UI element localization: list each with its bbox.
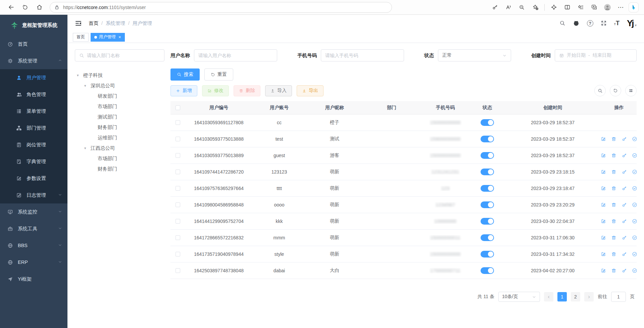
row-checkbox[interactable] [176, 186, 180, 191]
select-all-checkbox[interactable] [176, 105, 180, 110]
status-toggle[interactable] [481, 152, 494, 159]
table-row[interactable]: 1641097441472286720 123123 萌新 1231241231… [170, 164, 637, 180]
table-row[interactable]: 1641097576365297664 tttt 萌新 123 2023-03-… [170, 180, 637, 197]
status-toggle[interactable] [481, 136, 494, 142]
browser-more-menu[interactable]: ⋯ [615, 2, 627, 13]
caret-down-icon[interactable]: ▾ [77, 73, 81, 78]
reset-button[interactable]: 重置 [204, 68, 233, 81]
row-edit-icon[interactable] [601, 169, 606, 175]
browser-refresh-button[interactable] [19, 2, 31, 13]
row-edit-icon[interactable] [601, 251, 606, 257]
favorite-add-icon[interactable] [530, 2, 541, 13]
sidebar-item-bbs[interactable]: BBS [0, 237, 67, 254]
table-row[interactable]: 1641441299095752704 kkk 萌新 10000000 2023… [170, 213, 637, 230]
user-avatar[interactable]: Yj [627, 19, 633, 28]
status-toggle[interactable] [481, 218, 494, 225]
row-checkbox[interactable] [176, 202, 180, 207]
address-bar[interactable]: https://ccnetcore.com:1101/system/user [50, 2, 392, 13]
status-toggle[interactable] [481, 267, 494, 274]
table-row[interactable]: 1641030593775013888 test 测试 15900000000 … [170, 131, 637, 147]
sidebar-collapse-button[interactable] [75, 20, 82, 27]
app-logo[interactable]: 意框架管理系统 [0, 15, 67, 36]
table-search-toggle[interactable] [594, 85, 606, 96]
status-toggle[interactable] [481, 119, 494, 126]
status-toggle[interactable] [481, 234, 494, 241]
row-checkbox[interactable] [176, 219, 180, 224]
sidebar-item-erp[interactable]: ERP [0, 254, 67, 271]
row-checkbox[interactable] [176, 235, 180, 240]
table-row[interactable]: 1641030593775013889 guest 游客 15000000000… [170, 147, 637, 164]
tree-node-dept[interactable]: 市场部门 [75, 101, 164, 112]
row-checkbox[interactable] [176, 268, 180, 273]
caret-down-icon[interactable]: ▾ [84, 84, 88, 88]
sidebar-item-menu-mgmt[interactable]: 菜单管理 [0, 103, 67, 120]
row-assign-role-icon[interactable] [632, 202, 637, 207]
table-refresh-button[interactable] [610, 85, 621, 96]
browser-home-button[interactable] [34, 2, 45, 13]
row-checkbox[interactable] [176, 170, 180, 174]
row-checkbox[interactable] [176, 252, 180, 256]
split-screen-icon[interactable] [561, 2, 573, 13]
column-settings-button[interactable] [625, 85, 637, 96]
row-delete-icon[interactable] [611, 169, 616, 175]
row-reset-password-icon[interactable] [622, 235, 627, 240]
sidebar-item-yi-framework[interactable]: Yi框架 [0, 271, 67, 287]
zoom-out-icon[interactable] [516, 2, 528, 13]
row-reset-password-icon[interactable] [622, 169, 627, 175]
tree-node-company[interactable]: ▾橙子科技 [75, 70, 164, 81]
row-edit-icon[interactable] [601, 136, 606, 142]
tree-node-dept[interactable]: 财务部门 [75, 122, 164, 133]
tree-node-dept[interactable]: 研发部门 [75, 91, 164, 101]
goto-page-input[interactable] [611, 292, 626, 302]
row-reset-password-icon[interactable] [622, 186, 627, 191]
row-delete-icon[interactable] [611, 219, 616, 224]
font-size-icon[interactable]: тT [614, 20, 620, 27]
tree-node-dept[interactable]: 测试部门 [75, 112, 164, 122]
status-select[interactable]: 正常 [438, 49, 511, 61]
row-checkbox[interactable] [176, 153, 180, 158]
row-delete-icon[interactable] [611, 268, 616, 273]
header-search-icon[interactable] [559, 20, 565, 26]
tab-home[interactable]: 首页 [73, 33, 89, 42]
row-delete-icon[interactable] [611, 235, 616, 240]
row-reset-password-icon[interactable] [622, 136, 627, 142]
row-edit-icon[interactable] [601, 202, 606, 207]
sidebar-item-tools[interactable]: 系统工具 [0, 220, 67, 237]
tree-node-dept[interactable]: 市场部门 [75, 153, 164, 164]
page-2-button[interactable]: 2 [571, 292, 580, 301]
page-size-select[interactable]: 10条/页 [498, 292, 540, 302]
extensions-icon[interactable] [548, 2, 559, 13]
tree-node-branch[interactable]: ▾深圳总公司 [75, 81, 164, 91]
status-toggle[interactable] [481, 201, 494, 208]
row-assign-role-icon[interactable] [632, 136, 637, 142]
next-page-button[interactable]: › [584, 292, 594, 301]
modify-button[interactable]: 修改 [202, 85, 229, 96]
breadcrumb-home[interactable]: 首页 [89, 20, 98, 27]
row-edit-icon[interactable] [601, 235, 606, 240]
sidebar-item-user-mgmt[interactable]: 用户管理 [0, 69, 67, 86]
row-assign-role-icon[interactable] [632, 153, 637, 158]
table-row[interactable]: 1641735719040978944 style 萌新 15000000000… [170, 246, 637, 263]
sidebar-item-role-mgmt[interactable]: 角色管理 [0, 86, 67, 103]
table-row[interactable]: 1641098004586958848 oooo 萌新 1234567 2023… [170, 197, 637, 213]
row-reset-password-icon[interactable] [622, 202, 627, 207]
row-assign-role-icon[interactable] [632, 235, 637, 240]
browser-back-button[interactable] [5, 2, 17, 13]
import-button[interactable]: 导入 [265, 85, 292, 96]
row-edit-icon[interactable] [601, 268, 606, 273]
row-delete-icon[interactable] [611, 136, 616, 142]
sidebar-item-dict-mgmt[interactable]: 字典管理 [0, 153, 67, 170]
sidebar-item-home[interactable]: 首页 [0, 36, 67, 52]
row-assign-role-icon[interactable] [632, 219, 637, 224]
tree-node-branch[interactable]: ▾江西总公司 [75, 143, 164, 153]
row-edit-icon[interactable] [601, 153, 606, 158]
status-toggle[interactable] [481, 185, 494, 192]
row-edit-icon[interactable] [601, 219, 606, 224]
read-aloud-icon[interactable] [503, 2, 514, 13]
page-1-button[interactable]: 1 [557, 292, 567, 301]
bing-chat-icon[interactable] [629, 2, 639, 12]
row-assign-role-icon[interactable] [632, 186, 637, 191]
dept-search-input[interactable] [87, 53, 160, 58]
sidebar-item-system[interactable]: 系统管理 [0, 52, 67, 69]
row-reset-password-icon[interactable] [622, 153, 627, 158]
